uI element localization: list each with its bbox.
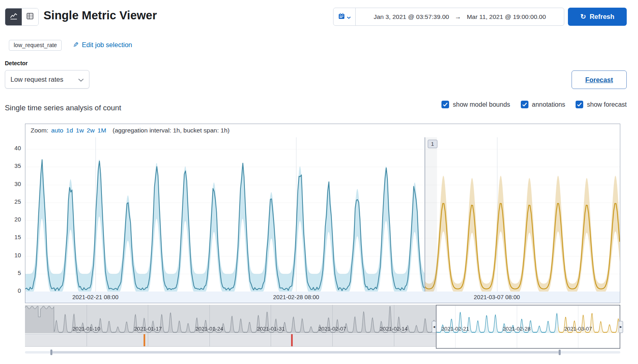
forecast-button[interactable]: Forecast bbox=[572, 70, 627, 89]
main-chart-panel: Zoom: auto 1d 1w 2w 1M (aggregation inte… bbox=[25, 124, 620, 303]
refresh-icon bbox=[580, 12, 586, 21]
brush-handle-right[interactable] bbox=[619, 321, 623, 333]
y-axis-tick-label: 25 bbox=[14, 199, 21, 205]
x-axis-strip: 2021-02-21 08:002021-02-28 08:002021-03-… bbox=[25, 292, 620, 303]
zoom-option-2w[interactable]: 2w bbox=[87, 127, 95, 134]
chart-options-row: show model bounds annotations show forec… bbox=[441, 101, 627, 108]
page-title: Single Metric Viewer bbox=[44, 9, 157, 22]
context-chart: 2021-01-102021-01-172021-01-242021-01-31… bbox=[25, 305, 620, 349]
refresh-button-label: Refresh bbox=[590, 13, 614, 21]
analysis-title: Single time series analysis of count bbox=[5, 103, 121, 112]
time-range-end[interactable]: Mar 11, 2021 @ 19:00:00.00 bbox=[467, 13, 546, 21]
scrollbar-thumb[interactable] bbox=[52, 351, 560, 354]
aggregation-note: (aggregation interval: 1h, bucket span: … bbox=[113, 127, 230, 134]
checkbox-show-forecast[interactable] bbox=[576, 101, 583, 108]
time-range-start[interactable]: Jan 3, 2021 @ 03:57:39.00 bbox=[374, 13, 449, 21]
annotations-option: annotations bbox=[521, 101, 566, 108]
table-view-button[interactable] bbox=[22, 8, 38, 25]
context-chart-canvas[interactable] bbox=[25, 305, 620, 349]
refresh-button[interactable]: Refresh bbox=[568, 8, 627, 26]
zoom-option-auto[interactable]: auto bbox=[51, 127, 63, 134]
x-axis-tick-label: 2021-02-21 08:00 bbox=[69, 294, 122, 300]
single-metric-viewer-page: Single Metric Viewer Jan 3, 2021 @ 03:57… bbox=[0, 0, 638, 364]
show-forecast-option: show forecast bbox=[576, 101, 627, 108]
detector-label: Detector bbox=[5, 60, 28, 66]
annotation-badge[interactable]: 1 bbox=[428, 140, 437, 148]
main-chart-canvas[interactable] bbox=[25, 137, 620, 292]
show-model-bounds-option: show model bounds bbox=[441, 101, 510, 108]
checkbox-annotations[interactable] bbox=[521, 101, 528, 108]
y-axis-tick-label: 35 bbox=[14, 163, 21, 169]
y-axis-tick-label: 30 bbox=[14, 181, 21, 187]
timeline-scrollbar bbox=[25, 351, 620, 354]
y-axis-tick-label: 0 bbox=[18, 287, 21, 294]
zoom-option-1w[interactable]: 1w bbox=[76, 127, 84, 134]
brush-handle-left[interactable] bbox=[432, 321, 436, 333]
zoom-option-1M[interactable]: 1M bbox=[97, 127, 106, 134]
scrollbar-handle-right[interactable] bbox=[559, 350, 561, 355]
y-axis-tick-label: 40 bbox=[14, 145, 21, 151]
select-chevron-down-icon bbox=[78, 76, 84, 83]
zoom-controls: Zoom: auto 1d 1w 2w 1M (aggregation inte… bbox=[31, 127, 230, 134]
scrollbar-handle-left[interactable] bbox=[50, 350, 52, 355]
view-toggle-group bbox=[5, 8, 39, 26]
y-axis-labels: 0510152025303540 bbox=[2, 137, 21, 291]
y-axis-tick-label: 15 bbox=[14, 234, 21, 240]
table-icon bbox=[27, 13, 33, 21]
x-axis-tick-label: 2021-02-28 08:00 bbox=[270, 294, 322, 300]
y-axis-tick-label: 20 bbox=[14, 216, 21, 223]
pencil-icon bbox=[73, 41, 79, 49]
x-axis-tick-label: 2021-03-07 08:00 bbox=[471, 294, 523, 300]
detector-select[interactable]: Low request rates bbox=[5, 70, 89, 89]
detector-selected-option: Low request rates bbox=[10, 76, 63, 83]
date-picker: Jan 3, 2021 @ 03:57:39.00 Mar 11, 2021 @… bbox=[333, 8, 564, 26]
zoom-label: Zoom: bbox=[31, 127, 48, 134]
y-axis-tick-label: 5 bbox=[18, 270, 21, 276]
quick-select-button[interactable] bbox=[334, 8, 356, 25]
time-range-display: Jan 3, 2021 @ 03:57:39.00 Mar 11, 2021 @… bbox=[356, 8, 564, 25]
edit-job-selection-label: Edit job selection bbox=[82, 41, 132, 49]
chart-view-button[interactable] bbox=[5, 8, 22, 25]
job-badge: low_request_rate bbox=[9, 40, 62, 51]
zoom-option-1d[interactable]: 1d bbox=[66, 127, 73, 134]
checkbox-label: show model bounds bbox=[453, 101, 510, 108]
calendar-icon bbox=[338, 12, 345, 21]
chart-line-icon bbox=[10, 13, 17, 21]
checkbox-show-model-bounds[interactable] bbox=[441, 101, 449, 108]
chevron-down-icon bbox=[347, 13, 351, 21]
edit-job-selection-link[interactable]: Edit job selection bbox=[73, 41, 132, 49]
arrow-right-icon bbox=[455, 13, 461, 21]
y-axis-tick-label: 10 bbox=[14, 252, 21, 259]
checkbox-label: show forecast bbox=[587, 101, 627, 108]
checkbox-label: annotations bbox=[532, 101, 566, 108]
